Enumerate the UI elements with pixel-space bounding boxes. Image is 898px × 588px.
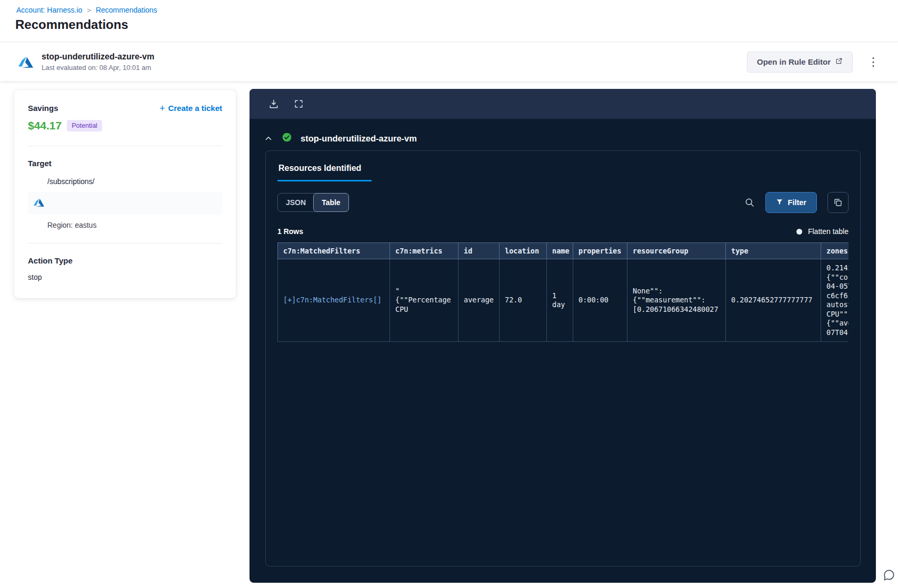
cell-name: 1 day: [547, 259, 573, 342]
divider: [28, 243, 222, 244]
json-toggle-button[interactable]: JSON: [278, 194, 314, 211]
recommendation-details-card: Savings + Create a ticket $44.17 Potenti…: [14, 90, 236, 298]
target-path: /subscriptions/: [47, 177, 222, 186]
create-ticket-label: Create a ticket: [168, 104, 222, 113]
search-button[interactable]: [744, 197, 755, 208]
cell-properties: 0:00:00: [573, 259, 627, 342]
filter-icon: [776, 198, 783, 207]
panel-title-row: stop-underutilized-azure-vm: [250, 119, 876, 145]
target-label: Target: [28, 159, 222, 168]
table-toggle-button[interactable]: Table: [313, 193, 349, 212]
col-header-metrics: c7n:metrics: [390, 243, 458, 259]
col-header-properties: properties: [573, 243, 627, 259]
recommendation-header-text: stop-underutilized-azure-vm Last evaluat…: [42, 52, 747, 72]
open-rule-editor-label: Open in Rule Editor: [757, 57, 831, 66]
col-header-name: name: [547, 243, 573, 259]
cell-resource-group: None"": {""measurement"": [0.20671066342…: [627, 259, 726, 342]
azure-icon: [18, 54, 34, 70]
col-header-type: type: [726, 243, 821, 259]
plus-icon: +: [159, 105, 165, 112]
action-type-label: Action Type: [28, 256, 222, 265]
cell-zones: 0.21423 {""cost 04-05T6 c6cf625 autostc …: [821, 259, 849, 342]
table-controls: JSON Table Filter: [277, 192, 849, 213]
col-header-resource-group: resourceGroup: [627, 243, 726, 259]
support-chat-icon[interactable]: [882, 568, 896, 584]
flatten-control: Flatten table: [796, 227, 849, 236]
savings-label: Savings: [28, 104, 58, 113]
cell-id: average: [458, 259, 500, 342]
azure-icon: [33, 197, 45, 208]
download-button[interactable]: [268, 99, 279, 109]
view-mode-toggle: JSON Table: [277, 193, 349, 212]
cell-type: 0.20274652777777777: [726, 259, 821, 342]
breadcrumb-account-link[interactable]: Account: Harness.io: [16, 6, 82, 14]
matched-filters-expander[interactable]: [+]c7n:MatchedFilters[]: [278, 259, 390, 342]
tab-row: Resources Identified: [277, 161, 849, 181]
col-header-location: location: [500, 243, 547, 259]
cell-location: 72.0: [500, 259, 547, 342]
tab-label: Resources Identified: [278, 164, 361, 173]
rule-output-panel: stop-underutilized-azure-vm Resources Id…: [250, 89, 876, 583]
savings-amount: $44.17: [28, 119, 62, 132]
copy-button[interactable]: [827, 192, 849, 213]
table-header-row: c7n:MatchedFilters c7n:metrics id locati…: [278, 243, 849, 259]
cell-metrics: " {""Percentage CPU: [390, 259, 458, 342]
fullscreen-button[interactable]: [294, 99, 304, 109]
target-region: Region: eastus: [47, 221, 222, 229]
filter-button[interactable]: Filter: [765, 192, 817, 213]
target-resource-row: [28, 192, 222, 215]
potential-badge: Potential: [67, 120, 102, 131]
breadcrumb: Account: Harness.io > Recommendations: [16, 6, 157, 14]
recommendation-name: stop-underutilized-azure-vm: [42, 52, 747, 62]
recommendation-header: stop-underutilized-azure-vm Last evaluat…: [0, 43, 898, 81]
resources-table: c7n:MatchedFilters c7n:metrics id locati…: [277, 242, 849, 342]
kebab-menu-button[interactable]: ⋮: [867, 56, 879, 68]
flatten-label: Flatten table: [808, 227, 849, 236]
open-rule-editor-button[interactable]: Open in Rule Editor: [747, 52, 853, 73]
create-ticket-button[interactable]: + Create a ticket: [159, 104, 222, 113]
rows-bar: 1 Rows Flatten table: [277, 227, 849, 236]
col-header-matched-filters: c7n:MatchedFilters: [278, 243, 390, 259]
table-row: [+]c7n:MatchedFilters[] " {""Percentage …: [278, 259, 849, 342]
page-title: Recommendations: [15, 17, 128, 32]
external-link-icon: [835, 57, 843, 66]
tab-resources-identified[interactable]: Resources Identified: [277, 161, 372, 181]
resources-panel: Resources Identified JSON Table: [265, 150, 861, 566]
panel-title: stop-underutilized-azure-vm: [301, 134, 417, 144]
breadcrumb-separator: >: [87, 6, 91, 14]
filter-label: Filter: [788, 198, 806, 207]
last-evaluated-text: Last evaluated on: 08 Apr, 10:01 am: [42, 64, 747, 72]
breadcrumb-recommendations-link[interactable]: Recommendations: [96, 6, 157, 14]
col-header-id: id: [458, 243, 500, 259]
rows-count: 1 Rows: [277, 227, 303, 236]
table-clip: c7n:MatchedFilters c7n:metrics id locati…: [277, 242, 849, 342]
divider: [28, 146, 222, 146]
top-header: Account: Harness.io > Recommendations Re…: [0, 0, 898, 42]
collapse-chevron-button[interactable]: [264, 134, 273, 143]
panel-toolbar: [250, 89, 876, 119]
col-header-zones: zones: [821, 243, 849, 259]
action-type-value: stop: [28, 273, 222, 281]
flatten-toggle[interactable]: [796, 229, 802, 235]
success-check-icon: [282, 132, 292, 145]
controls-right: Filter: [744, 192, 849, 213]
